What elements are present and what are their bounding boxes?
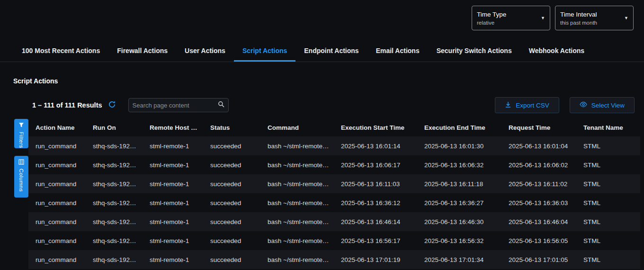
table-cell: 2025-06-13 16:06:17 (334, 155, 417, 174)
table-cell: run_command (28, 136, 86, 155)
filters-button[interactable]: Filters (14, 119, 28, 148)
table-cell: 2025-06-13 16:01:04 (501, 136, 576, 155)
tab-security-switch-actions[interactable]: Security Switch Actions (428, 41, 520, 62)
tab-script-actions[interactable]: Script Actions (234, 41, 295, 62)
table-cell: STML (576, 174, 640, 193)
table-row[interactable]: run_commandsthq-sds-192-…stml-remote-1su… (28, 250, 640, 269)
table-cell: 2025-06-13 16:56:32 (417, 231, 501, 250)
table-cell: 2025-06-13 16:06:32 (417, 155, 501, 174)
table-cell: succeeded (203, 231, 260, 250)
table-cell: bash ~/stml-remote-… (260, 250, 334, 269)
table-row[interactable]: run_commandsthq-sds-192-…stml-remote-1su… (28, 212, 640, 231)
table-cell: run_command (28, 250, 86, 269)
table-cell: succeeded (203, 250, 260, 269)
table-cell: 2025-06-13 16:06:02 (501, 155, 576, 174)
column-header[interactable]: Status (203, 119, 260, 136)
time-interval-label: Time Interval (560, 11, 597, 18)
column-header[interactable]: Execution End Time (417, 119, 501, 136)
table-row[interactable]: run_commandsthq-sds-192-…stml-remote-1su… (28, 193, 640, 212)
table-cell: stml-remote-1 (143, 174, 203, 193)
table-cell: stml-remote-1 (143, 212, 203, 231)
table-cell: bash ~/stml-remote-… (260, 155, 334, 174)
refresh-button[interactable] (108, 100, 116, 110)
table-row[interactable]: run_commandsthq-sds-192-…stml-remote-1su… (28, 174, 640, 193)
tab-user-actions[interactable]: User Actions (176, 41, 234, 62)
table-cell: STML (576, 136, 640, 155)
export-csv-label: Export CSV (516, 102, 549, 109)
filter-icon (18, 122, 24, 129)
table-cell: 2025-06-13 16:11:18 (417, 174, 501, 193)
content-area: Filters Columns Action NameRun OnRemote … (0, 119, 644, 269)
table-cell: 2025-06-13 17:01:05 (501, 250, 576, 269)
table-cell: stml-remote-1 (143, 193, 203, 212)
search-input[interactable] (133, 102, 218, 109)
table-cell: 2025-06-13 16:46:04 (501, 212, 576, 231)
table-cell: succeeded (203, 174, 260, 193)
table-cell: 2025-06-13 16:11:02 (501, 174, 576, 193)
tab-webhook-actions[interactable]: Webhook Actions (520, 41, 593, 62)
column-header[interactable]: Command (260, 119, 334, 136)
tab-endpoint-actions[interactable]: Endpoint Actions (295, 41, 367, 62)
columns-button[interactable]: Columns (14, 156, 28, 198)
table-row[interactable]: run_commandsthq-sds-192-…stml-remote-1su… (28, 231, 640, 250)
table-cell: run_command (28, 174, 86, 193)
table-cell: STML (576, 231, 640, 250)
select-view-label: Select View (591, 102, 625, 109)
table-cell: 2025-06-13 16:36:12 (334, 193, 417, 212)
table-cell: bash ~/stml-remote-… (260, 193, 334, 212)
table-cell: 2025-06-13 16:01:14 (334, 136, 417, 155)
table-cell: bash ~/stml-remote-… (260, 212, 334, 231)
table-cell: sthq-sds-192-… (86, 250, 143, 269)
results-count: 1 – 111 of 111 Results (32, 101, 102, 109)
column-header[interactable]: Request Time (501, 119, 576, 136)
table-cell: STML (576, 250, 640, 269)
time-type-label: Time Type (477, 11, 506, 18)
table-row[interactable]: run_commandsthq-sds-192-…stml-remote-1su… (28, 155, 640, 174)
column-header[interactable]: Remote Host N… (143, 119, 203, 136)
table-cell: run_command (28, 155, 86, 174)
column-header[interactable]: Execution Start Time (334, 119, 417, 136)
columns-label: Columns (18, 169, 24, 192)
table-cell: 2025-06-13 16:56:17 (334, 231, 417, 250)
table-row[interactable]: run_commandsthq-sds-192-…stml-remote-1su… (28, 136, 640, 155)
table-cell: stml-remote-1 (143, 155, 203, 174)
table-cell: run_command (28, 212, 86, 231)
filters-label: Filters (18, 132, 24, 148)
table-header-row: Action NameRun OnRemote Host N…StatusCom… (28, 119, 640, 136)
tab-firewall-actions[interactable]: Firewall Actions (108, 41, 176, 62)
tab-100-most-recent-actions[interactable]: 100 Most Recent Actions (13, 41, 108, 62)
table-cell: stml-remote-1 (143, 250, 203, 269)
tab-email-actions[interactable]: Email Actions (367, 41, 428, 62)
chevron-down-icon: ▼ (541, 16, 545, 20)
column-header[interactable]: Tenant Name (576, 119, 640, 136)
table-cell: sthq-sds-192-… (86, 136, 143, 155)
table-cell: STML (576, 155, 640, 174)
table-cell: 2025-06-13 17:01:19 (334, 250, 417, 269)
time-interval-dropdown[interactable]: Time Interval this past month ▼ (555, 6, 634, 30)
column-header[interactable]: Run On (86, 119, 143, 136)
table-cell: succeeded (203, 155, 260, 174)
column-header[interactable]: Action Name (28, 119, 86, 136)
table-cell: bash ~/stml-remote-… (260, 231, 334, 250)
table-cell: 2025-06-13 16:56:05 (501, 231, 576, 250)
table-cell: succeeded (203, 193, 260, 212)
table-cell: run_command (28, 193, 86, 212)
select-view-button[interactable]: Select View (570, 97, 635, 113)
table-cell: STML (576, 212, 640, 231)
toolbar: 1 – 111 of 111 Results Export CSV Select… (32, 97, 635, 113)
export-csv-button[interactable]: Export CSV (495, 97, 559, 113)
actions-table: Action NameRun OnRemote Host N…StatusCom… (28, 119, 640, 269)
side-rail: Filters Columns (14, 119, 28, 198)
table-cell: 2025-06-13 16:01:30 (417, 136, 501, 155)
table-cell: sthq-sds-192-… (86, 155, 143, 174)
topbar: Time Type relative ▼ Time Interval this … (0, 0, 644, 41)
table-cell: 2025-06-13 16:46:30 (417, 212, 501, 231)
table-cell: sthq-sds-192-… (86, 193, 143, 212)
table-cell: 2025-06-13 16:36:27 (417, 193, 501, 212)
table-cell: bash ~/stml-remote-… (260, 136, 334, 155)
columns-icon (18, 159, 24, 166)
table-cell: 2025-06-13 17:01:34 (417, 250, 501, 269)
time-type-dropdown[interactable]: Time Type relative ▼ (472, 6, 550, 30)
table-cell: STML (576, 193, 640, 212)
table-cell: run_command (28, 231, 86, 250)
